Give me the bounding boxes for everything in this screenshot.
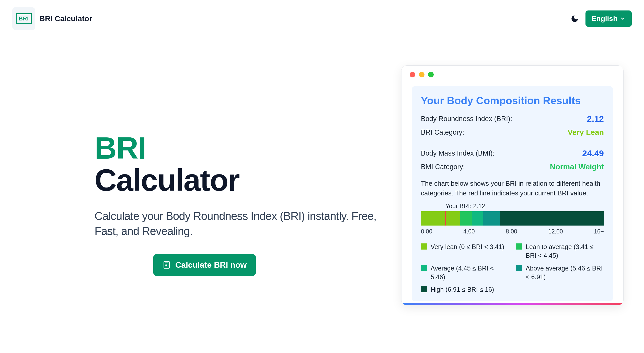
bmi-category-row: BMI Category: Normal Weight — [421, 162, 604, 171]
window-maximize-icon[interactable] — [428, 72, 434, 77]
chart-axis: 0.00 4.00 8.00 12.00 16+ — [421, 228, 604, 235]
legend-label: High (6.91 ≤ BRI ≤ 16) — [431, 285, 494, 294]
legend-item: Average (4.45 ≤ BRI < 5.46) — [421, 264, 509, 281]
rainbow-divider — [401, 303, 623, 305]
results-panel: Your Body Composition Results Body Round… — [412, 86, 613, 301]
preview-window: Your Body Composition Results Body Round… — [401, 65, 624, 305]
legend-swatch — [516, 243, 522, 250]
axis-tick: 12.00 — [548, 228, 563, 235]
chart-description: The chart below shows your BRI in relati… — [421, 179, 604, 198]
legend-label: Average (4.45 ≤ BRI < 5.46) — [431, 264, 509, 281]
hero: BRI Calculator Calculate your Body Round… — [20, 63, 391, 305]
window-minimize-icon[interactable] — [419, 72, 424, 77]
main: BRI Calculator Calculate your Body Round… — [0, 37, 644, 305]
legend-item: Lean to average (3.41 ≤ BRI < 4.45) — [516, 243, 604, 260]
legend-swatch — [421, 265, 427, 271]
header-left: BRI BRI Calculator — [12, 7, 92, 30]
chart-segment — [421, 211, 460, 226]
bmi-label: Body Mass Index (BMI): — [421, 149, 494, 157]
chart-marker — [445, 211, 446, 226]
legend-label: Lean to average (3.41 ≤ BRI < 4.45) — [526, 243, 604, 260]
hero-title: BRI Calculator — [95, 132, 391, 196]
chart-segment — [472, 211, 483, 226]
legend-item: Above average (5.46 ≤ BRI < 6.91) — [516, 264, 604, 281]
logo-abbr: BRI — [16, 13, 32, 24]
chart: Your BRI: 2.12 0.00 4.00 8.00 12.00 16+ — [421, 203, 604, 235]
window-titlebar — [401, 66, 623, 84]
hero-title-line1: BRI — [95, 131, 146, 165]
bri-category-row: BRI Category: Very Lean — [421, 128, 604, 137]
chart-segment — [460, 211, 472, 226]
language-selector[interactable]: English — [585, 10, 632, 27]
logo[interactable]: BRI — [12, 7, 35, 30]
legend-swatch — [421, 243, 427, 250]
legend-item: High (6.91 ≤ BRI ≤ 16) — [421, 285, 509, 294]
bmi-value: 24.49 — [582, 148, 604, 158]
app-title: BRI Calculator — [39, 14, 92, 23]
legend-item: Very lean (0 ≤ BRI < 3.41) — [421, 243, 509, 260]
chart-segment — [483, 211, 500, 226]
bri-category-label: BRI Category: — [421, 128, 464, 136]
bmi-category-value: Normal Weight — [550, 162, 604, 171]
header-right: English — [570, 10, 632, 27]
chart-legend: Very lean (0 ≤ BRI < 3.41) Lean to avera… — [421, 243, 604, 294]
calculate-button-label: Calculate BRI now — [175, 260, 247, 270]
bri-label: Body Roundness Index (BRI): — [421, 115, 512, 123]
chart-segment — [500, 211, 604, 226]
bmi-category-label: BMI Category: — [421, 163, 465, 171]
legend-label: Above average (5.46 ≤ BRI < 6.91) — [526, 264, 604, 281]
hero-title-line2: Calculator — [95, 163, 239, 197]
calculator-icon — [163, 261, 171, 269]
axis-tick: 8.00 — [506, 228, 517, 235]
results-title: Your Body Composition Results — [421, 95, 604, 107]
chevron-down-icon — [620, 16, 626, 21]
legend-swatch — [421, 286, 427, 292]
language-label: English — [592, 15, 617, 23]
moon-icon — [570, 14, 579, 23]
bri-value: 2.12 — [587, 114, 604, 124]
calculate-button[interactable]: Calculate BRI now — [153, 254, 256, 276]
header: BRI BRI Calculator English — [0, 0, 644, 37]
bri-category-value: Very Lean — [568, 128, 604, 137]
dark-mode-toggle[interactable] — [570, 14, 579, 23]
window-close-icon[interactable] — [410, 72, 415, 77]
axis-tick: 0.00 — [421, 228, 432, 235]
axis-tick: 4.00 — [463, 228, 475, 235]
legend-swatch — [516, 265, 522, 271]
hero-subtitle: Calculate your Body Roundness Index (BRI… — [95, 208, 391, 239]
legend-label: Very lean (0 ≤ BRI < 3.41) — [431, 243, 504, 251]
chart-marker-label: Your BRI: 2.12 — [445, 203, 604, 210]
bmi-row: Body Mass Index (BMI): 24.49 — [421, 148, 604, 158]
chart-bar — [421, 211, 604, 226]
axis-tick: 16+ — [594, 228, 604, 235]
preview-column: Your Body Composition Results Body Round… — [401, 63, 624, 305]
bri-row: Body Roundness Index (BRI): 2.12 — [421, 114, 604, 124]
